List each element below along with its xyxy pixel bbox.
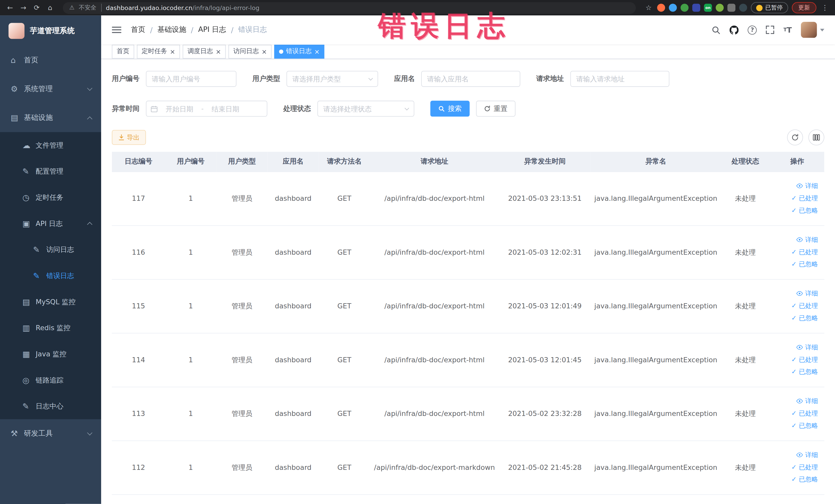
security-label[interactable]: 不安全 [79,4,102,12]
forward-icon[interactable]: → [19,4,28,12]
sidebar: 芋道管理系统 ⌂ 首页 ⚙ 系统管理 ▤ 基础设施 [0,15,101,504]
ignore-link[interactable]: ✓已忽略 [791,206,818,216]
extension-icon[interactable] [692,4,700,12]
sidebar-item-file[interactable]: ☁ 文件管理 [0,132,101,158]
sidebar-item-label: 系统管理 [24,84,53,94]
tab-label: 首页 [117,47,129,56]
close-icon[interactable]: × [262,48,267,55]
font-size-icon[interactable]: TT [783,26,792,34]
browser-home-icon[interactable]: ⌂ [45,4,55,12]
reload-icon[interactable]: ⟳ [32,4,41,12]
warning-icon: ⚠ [69,4,75,11]
refresh-table-button[interactable] [787,129,803,145]
cell-method: GET [319,387,370,441]
detail-link[interactable]: 详细 [796,342,818,352]
user-type-select-input[interactable] [286,71,378,87]
process-status-select[interactable] [317,101,414,117]
hamburger-icon[interactable] [112,26,121,34]
ignore-link[interactable]: ✓已忽略 [791,367,818,378]
cell-method: GET [319,172,370,225]
sidebar-item-infra[interactable]: ▤ 基础设施 [0,103,101,132]
back-icon[interactable]: ← [5,4,15,12]
end-date-input[interactable] [205,105,246,113]
sidebar-item-access-log[interactable]: ✎ 访问日志 [0,237,101,263]
paused-badge[interactable]: 已暂停 [751,2,788,13]
sidebar-item-dev-tools[interactable]: ⚒ 研发工具 [0,419,101,448]
tab-error-log[interactable]: 错误日志 × [274,44,324,58]
detail-link[interactable]: 详细 [796,288,818,299]
detail-link[interactable]: 详细 [796,181,818,191]
search-button[interactable]: 搜索 [430,101,470,117]
sidebar-item-redis[interactable]: ▥ Redis 监控 [0,315,101,341]
tab-job-log[interactable]: 调度日志 × [183,44,226,58]
sidebar-item-trace[interactable]: ◎ 链路追踪 [0,367,101,393]
close-icon[interactable]: × [216,48,221,55]
sidebar-item-home[interactable]: ⌂ 首页 [0,46,101,75]
chrome-update-button[interactable]: 更新 [792,2,816,13]
filter-user-id: 用户编号 [112,71,237,87]
detail-link[interactable]: 详细 [796,396,818,406]
sidebar-item-log-center[interactable]: ✎ 日志中心 [0,393,101,419]
fullscreen-icon[interactable] [766,26,774,34]
detail-link-label: 详细 [805,396,818,406]
search-icon[interactable] [712,25,720,35]
extensions-puzzle-icon[interactable] [728,4,735,12]
help-icon[interactable]: ? [748,25,757,35]
detail-link[interactable]: 详细 [796,450,818,460]
edit-icon: ✎ [33,271,46,280]
ignore-link[interactable]: ✓已忽略 [791,421,818,431]
sidebar-item-api-log[interactable]: ▣ API 日志 [0,210,101,237]
ignore-link[interactable]: ✓已忽略 [791,313,818,323]
process-link[interactable]: ✓已处理 [791,247,818,257]
user-type-select[interactable] [286,71,378,87]
tab-access-log[interactable]: 访问日志 × [228,44,271,58]
sidebar-item-error-log[interactable]: ✎ 错误日志 [0,263,101,289]
extension-icon[interactable] [669,4,677,12]
close-icon[interactable]: × [314,48,320,55]
breadcrumb-item[interactable]: 首页 [131,25,145,35]
column-header-actions: 操作 [770,152,824,172]
sidebar-item-job[interactable]: ◷ 定时任务 [0,184,101,210]
detail-link[interactable]: 详细 [796,235,818,245]
ignore-link-label: 已忽略 [799,206,818,216]
app-logo[interactable]: 芋道管理系统 [0,15,101,46]
tab-job[interactable]: 定时任务 × [137,44,180,58]
close-icon[interactable]: × [170,48,175,55]
bookmark-star-icon[interactable]: ☆ [644,4,653,12]
request-url-input[interactable] [570,71,669,87]
reset-button[interactable]: 重置 [476,101,516,117]
ignore-link[interactable]: ✓已忽略 [791,475,818,485]
process-link[interactable]: ✓已处理 [791,193,818,204]
process-status-select-input[interactable] [317,101,414,117]
ignore-link[interactable]: ✓已忽略 [791,260,818,270]
user-id-input[interactable] [146,71,237,87]
detail-link-label: 详细 [805,181,818,191]
cell-actions: 详细 ✓已处理 ✓已忽略 [770,333,824,387]
column-settings-button[interactable] [808,129,824,145]
export-button[interactable]: 导出 [112,130,146,145]
extension-icon[interactable] [657,4,665,12]
sidebar-item-mysql[interactable]: ▤ MySQL 监控 [0,288,101,315]
start-date-input[interactable] [159,105,200,113]
process-link[interactable]: ✓已处理 [791,355,818,365]
extension-icon[interactable]: on [704,4,712,12]
user-avatar[interactable] [801,22,824,38]
browser-menu-icon[interactable]: ⋮ [820,4,830,12]
process-link[interactable]: ✓已处理 [791,462,818,473]
sidebar-item-system[interactable]: ⚙ 系统管理 [0,75,101,103]
extension-icon[interactable] [716,4,724,12]
ignore-link-label: 已忽略 [799,313,818,323]
extension-icon[interactable] [680,4,688,12]
github-icon[interactable] [730,25,739,35]
address-bar[interactable]: ⚠ 不安全 dashboard.yudao.iocoder.cn/infra/l… [63,2,636,14]
sidebar-item-java[interactable]: ▦ Java 监控 [0,341,101,367]
sidebar-item-config[interactable]: ✎ 配置管理 [0,158,101,184]
extension-icon[interactable] [739,4,747,12]
process-link[interactable]: ✓已处理 [791,301,818,311]
breadcrumb-item[interactable]: API 日志 [198,25,226,35]
app-name-input[interactable] [421,71,520,87]
breadcrumb-item[interactable]: 基础设施 [157,25,186,35]
date-range-picker[interactable]: - [146,101,267,117]
process-link[interactable]: ✓已处理 [791,408,818,419]
tab-home[interactable]: 首页 [112,44,134,58]
